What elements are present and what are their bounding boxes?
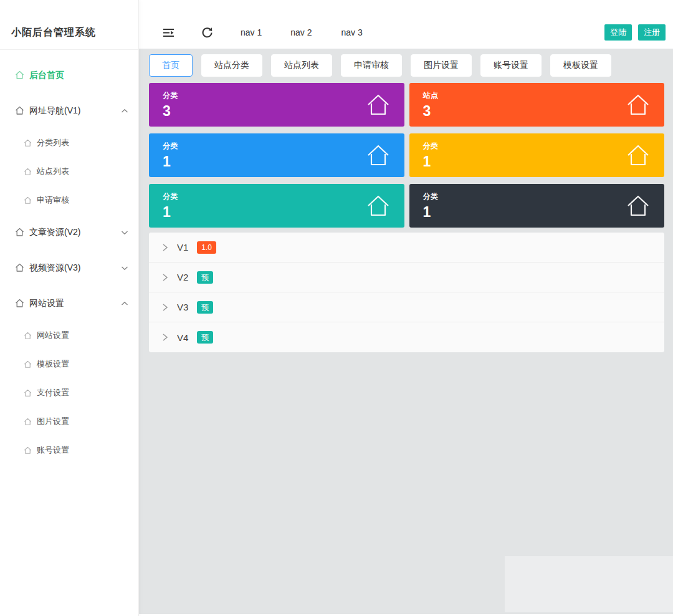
home-icon [24, 139, 32, 147]
sidebar-item-label: 网站设置 [37, 330, 69, 341]
home-icon [626, 194, 651, 218]
sidebar-item-website-settings[interactable]: 网站设置 [0, 321, 138, 350]
sidebar-item-label: 后台首页 [29, 70, 64, 81]
sidebar-group-label: 网站设置 [29, 298, 64, 309]
chevron-down-icon [121, 266, 128, 271]
stat-card-category-yellow[interactable]: 分类 1 [409, 133, 665, 177]
tab-template-settings[interactable]: 模板设置 [550, 54, 611, 77]
stat-cards: 分类 3 站点 3 分类 1 分类 1 [149, 83, 664, 228]
home-icon [24, 389, 32, 397]
sidebar-item-home[interactable]: 后台首页 [0, 57, 138, 93]
sidebar-header: 小陌后台管理系统 [0, 0, 138, 50]
auth-buttons: 登陆 注册 [604, 24, 666, 41]
version-row-v3[interactable]: V3 预 [149, 292, 664, 322]
sidebar-group-label: 文章资源(V2) [29, 227, 80, 238]
home-icon [626, 93, 651, 117]
sidebar-item-category-list[interactable]: 分类列表 [0, 128, 138, 157]
stat-card-category-teal[interactable]: 分类 1 [149, 184, 404, 228]
tab-home[interactable]: 首页 [149, 54, 193, 77]
home-icon [626, 143, 651, 167]
tab-apply-review[interactable]: 申请审核 [341, 54, 402, 77]
sidebar-group-label: 视频资源(V3) [29, 262, 80, 274]
sidebar-item-image-settings[interactable]: 图片设置 [0, 407, 138, 436]
top-navbar: nav 1 nav 2 nav 3 登陆 注册 [139, 0, 673, 49]
register-button[interactable]: 注册 [638, 24, 666, 41]
version-badge: 预 [197, 301, 213, 314]
sidebar-group-site-settings[interactable]: 网站设置 [0, 286, 138, 321]
sidebar-group-nav-v1[interactable]: 网址导航(V1) [0, 93, 138, 128]
tab-site-list[interactable]: 站点列表 [271, 54, 332, 77]
sidebar: 小陌后台管理系统 后台首页 网址导航(V1) 分类列表 [0, 0, 139, 616]
nav-link-3[interactable]: nav 3 [341, 27, 363, 37]
sidebar-item-label: 账号设置 [37, 445, 69, 456]
stat-card-category-blue[interactable]: 分类 1 [149, 133, 404, 177]
home-icon [24, 446, 32, 455]
home-icon [366, 194, 391, 218]
version-collapse-panel: V1 1.0 V2 预 V3 预 V4 预 [149, 233, 664, 352]
sidebar-item-label: 申请审核 [37, 195, 69, 206]
stat-card-category-dark[interactable]: 分类 1 [409, 184, 665, 228]
sidebar-item-label: 分类列表 [37, 137, 69, 148]
sidebar-group-video-v3[interactable]: 视频资源(V3) [0, 250, 138, 286]
nav-link-1[interactable]: nav 1 [241, 27, 262, 37]
chevron-down-icon [121, 230, 128, 235]
sidebar-item-payment-settings[interactable]: 支付设置 [0, 378, 138, 407]
main-content: 首页 站点分类 站点列表 申请审核 图片设置 账号设置 模板设置 分类 3 站点… [139, 49, 673, 614]
sidebar-menu: 后台首页 网址导航(V1) 分类列表 站点列表 [0, 50, 138, 464]
chevron-right-icon [161, 333, 169, 342]
home-icon [15, 106, 24, 115]
version-row-v4[interactable]: V4 预 [149, 322, 664, 352]
chevron-right-icon [161, 273, 169, 282]
sidebar-item-label: 图片设置 [37, 416, 69, 427]
version-label: V4 [177, 332, 188, 343]
chevron-right-icon [161, 243, 169, 252]
version-row-v1[interactable]: V1 1.0 [149, 233, 664, 262]
version-badge: 预 [197, 331, 213, 344]
home-icon [24, 332, 32, 340]
home-icon [24, 168, 32, 176]
login-button[interactable]: 登陆 [604, 24, 632, 41]
version-badge: 1.0 [197, 241, 216, 254]
sidebar-item-apply-review[interactable]: 申请审核 [0, 186, 138, 214]
home-icon [366, 93, 391, 117]
version-label: V2 [177, 272, 188, 282]
refresh-icon[interactable] [201, 27, 213, 39]
chevron-right-icon [161, 303, 169, 312]
home-icon [24, 360, 32, 368]
faint-watermark [505, 556, 673, 612]
tab-site-category[interactable]: 站点分类 [201, 54, 262, 77]
home-icon [24, 196, 32, 205]
sidebar-group-label: 网址导航(V1) [29, 105, 80, 117]
chevron-up-icon [121, 301, 128, 306]
home-icon [15, 228, 24, 237]
tab-image-settings[interactable]: 图片设置 [411, 54, 472, 77]
sidebar-item-template-settings[interactable]: 模板设置 [0, 350, 138, 378]
home-icon [15, 263, 24, 272]
sidebar-item-label: 支付设置 [37, 387, 69, 398]
home-icon [15, 70, 24, 80]
version-label: V3 [177, 302, 188, 312]
version-label: V1 [177, 242, 188, 253]
tab-bar: 首页 站点分类 站点列表 申请审核 图片设置 账号设置 模板设置 [149, 54, 664, 77]
home-icon [15, 299, 24, 308]
stat-card-category-purple[interactable]: 分类 3 [149, 83, 404, 127]
nav-link-2[interactable]: nav 2 [290, 27, 312, 37]
version-row-v2[interactable]: V2 预 [149, 262, 664, 292]
home-icon [24, 418, 32, 426]
app-title: 小陌后台管理系统 [11, 26, 96, 39]
home-icon [366, 143, 391, 167]
sidebar-fold-icon[interactable] [163, 27, 175, 38]
chevron-up-icon [121, 108, 128, 113]
sidebar-item-account-settings[interactable]: 账号设置 [0, 436, 138, 464]
sidebar-group-article-v2[interactable]: 文章资源(V2) [0, 214, 138, 250]
sidebar-item-label: 模板设置 [37, 359, 69, 370]
sidebar-item-site-list[interactable]: 站点列表 [0, 157, 138, 186]
tab-account-settings[interactable]: 账号设置 [480, 54, 542, 77]
sidebar-item-label: 站点列表 [37, 166, 69, 177]
stat-card-site-orange[interactable]: 站点 3 [409, 83, 665, 127]
version-badge: 预 [197, 271, 213, 284]
